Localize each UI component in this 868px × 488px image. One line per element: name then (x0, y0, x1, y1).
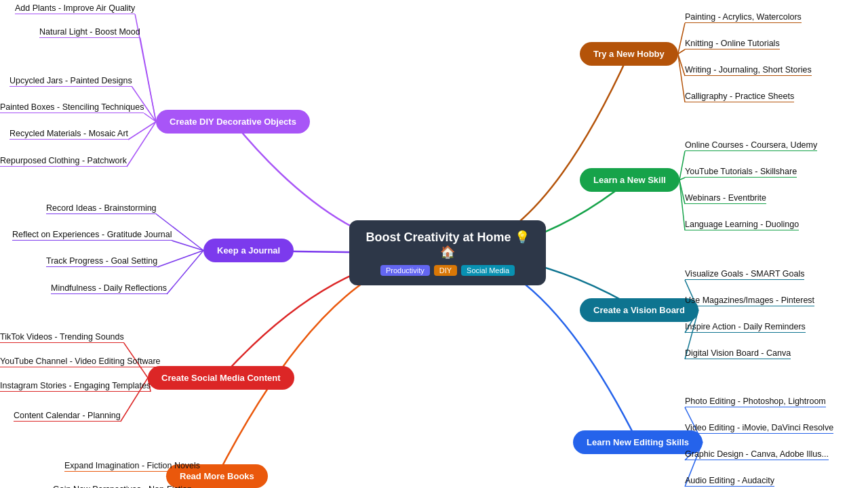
svg-line-4 (679, 151, 685, 180)
leaf-skill-2: Webinars - Eventbrite (685, 193, 766, 204)
tag-diy: DIY (434, 265, 457, 276)
leaf-hobby-0: Painting - Acrylics, Watercolors (685, 12, 802, 23)
branch-skill: Learn a New Skill (580, 168, 679, 192)
branch-diy: Create DIY Decorative Objects (156, 110, 310, 134)
svg-line-25 (167, 251, 203, 295)
svg-line-5 (679, 178, 685, 180)
leaf-vision-2: Inspire Action - Daily Reminders (685, 322, 806, 333)
leaf-editing-2: Graphic Design - Canva, Adobe Illus... (685, 449, 829, 460)
leaf-skill-3: Language Learning - Duolingo (685, 220, 799, 230)
leaf-skill-0: Online Courses - Coursera, Udemy (685, 140, 817, 151)
branch-vision: Create a Vision Board (580, 298, 698, 322)
leaf-hobby-2: Writing - Journaling, Short Stories (685, 65, 812, 76)
leaf-read-1: Gain New Perspectives - Non-Fiction (53, 485, 192, 488)
svg-line-24 (157, 251, 203, 268)
branch-journal: Keep a Journal (203, 239, 294, 262)
svg-line-20 (128, 122, 156, 140)
leaf-skill-1: YouTube Tutorials - Skillshare (685, 167, 797, 178)
leaf-diy-0: Add Plants - Improve Air Quality (15, 3, 135, 14)
center-node: Boost Creativity at Home 💡🏠 Productivity… (349, 220, 546, 285)
leaf-journal-1: Reflect on Experiences - Gratitude Journ… (12, 230, 172, 241)
leaf-vision-0: Visualize Goals - SMART Goals (685, 269, 804, 280)
center-tags: Productivity DIY Social Media (364, 265, 531, 276)
svg-line-1 (678, 49, 685, 54)
svg-line-6 (679, 180, 685, 205)
svg-line-3 (678, 54, 685, 103)
branch-editing: Learn New Editing Skills (573, 430, 703, 454)
leaf-vision-1: Use Magazines/Images - Pinterest (685, 296, 814, 306)
leaf-hobby-1: Knitting - Online Tutorials (685, 39, 780, 49)
svg-line-19 (144, 113, 156, 122)
svg-line-0 (678, 23, 685, 54)
leaf-diy-4: Recycled Materials - Mosaic Art (9, 129, 128, 140)
svg-line-23 (172, 241, 203, 251)
center-title: Boost Creativity at Home 💡🏠 (364, 230, 531, 260)
leaf-editing-0: Photo Editing - Photoshop, Lightroom (685, 396, 826, 407)
tag-productivity: Productivity (380, 265, 430, 276)
leaf-journal-2: Track Progress - Goal Setting (46, 256, 157, 267)
leaf-diy-2: Upcycled Jars - Painted Designs (9, 76, 132, 87)
svg-line-7 (679, 180, 685, 231)
svg-line-21 (127, 122, 156, 167)
leaf-diy-5: Repurposed Clothing - Patchwork (0, 156, 127, 167)
tag-social: Social Media (461, 265, 515, 276)
leaf-social-2: Instagram Stories - Engaging Templates (0, 381, 151, 392)
leaf-vision-3: Digital Vision Board - Canva (685, 348, 791, 359)
leaf-diy-3: Painted Boxes - Stenciling Techniques (0, 102, 144, 113)
leaf-social-3: Content Calendar - Planning (14, 411, 121, 422)
leaf-social-0: TikTok Videos - Trending Sounds (0, 332, 124, 343)
leaf-social-1: YouTube Channel - Video Editing Software (0, 357, 161, 367)
leaf-journal-3: Mindfulness - Daily Reflections (51, 283, 167, 294)
branch-social: Create Social Media Content (148, 366, 294, 390)
leaf-diy-1: Natural Light - Boost Mood (39, 27, 140, 38)
leaf-editing-1: Video Editing - iMovie, DaVinci Resolve (685, 423, 833, 434)
branch-hobby: Try a New Hobby (580, 42, 678, 66)
leaf-journal-0: Record Ideas - Brainstorming (46, 203, 157, 214)
leaf-editing-3: Audio Editing - Audacity (685, 476, 774, 487)
leaf-hobby-3: Calligraphy - Practice Sheets (685, 92, 794, 102)
leaf-read-0: Expand Imagination - Fiction Novels (64, 461, 200, 472)
svg-line-2 (678, 54, 685, 77)
